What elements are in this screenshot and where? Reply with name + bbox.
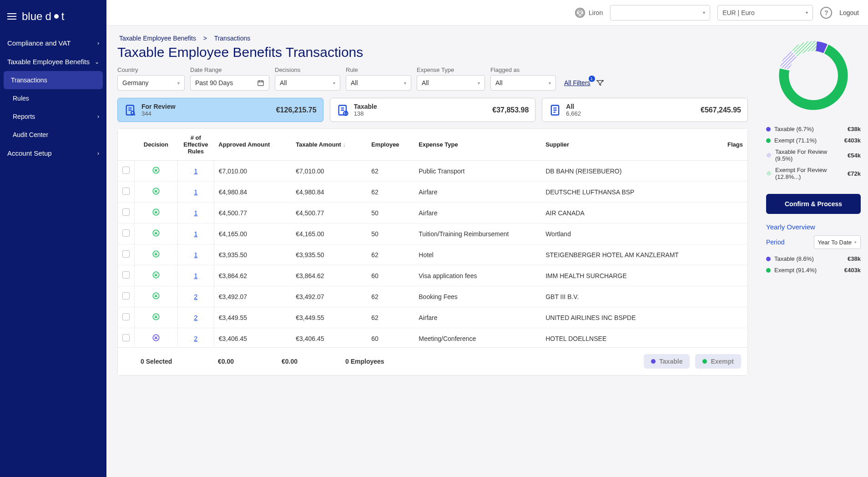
summary-card-all[interactable]: All6,662 €567,245.95 [542, 98, 748, 122]
table-row[interactable]: 1€3,935.50€3,935.5062HotelSTEIGENBERGER … [118, 244, 747, 265]
col-rules[interactable]: # of Effective Rules [177, 129, 214, 161]
sidebar-item-account-setup[interactable]: Account Setup› [0, 144, 106, 162]
clear-filter-icon[interactable] [596, 79, 604, 87]
mark-exempt-button[interactable]: Exempt [695, 354, 741, 369]
rules-link[interactable]: 1 [194, 167, 197, 175]
footer-taxable-sum: €0.00 [282, 358, 345, 365]
sidebar-item-compliance-and-vat[interactable]: Compliance and VAT› [0, 34, 106, 52]
rules-link[interactable]: 1 [194, 209, 197, 217]
period-label: Period [766, 238, 784, 246]
svg-point-22 [767, 171, 771, 176]
logo: bluedt [22, 10, 64, 23]
filter-label-decisions: Decisions [275, 66, 340, 73]
col-expense[interactable]: Expense Type [414, 129, 541, 161]
sidebar-item-audit-center[interactable]: Audit Center [0, 126, 106, 144]
rules-link[interactable]: 2 [194, 335, 197, 342]
rules-link[interactable]: 1 [194, 188, 197, 196]
decision-icon [152, 334, 160, 342]
sidebar-item-taxable-employee-benefits[interactable]: Taxable Employee Benefits⌄ [0, 52, 106, 71]
row-checkbox[interactable] [122, 292, 130, 299]
calendar-icon [257, 79, 264, 86]
col-flags[interactable]: Flags [723, 129, 747, 161]
svg-point-21 [767, 153, 771, 157]
rules-link[interactable]: 2 [194, 293, 197, 300]
filter-label-flagged: Flagged as [490, 66, 556, 73]
sidebar-item-transactions[interactable]: Transactions [4, 71, 103, 89]
col-supplier[interactable]: Supplier [541, 129, 723, 161]
col-taxable[interactable]: Taxable Amount ↓ [291, 129, 367, 161]
sidebar-item-rules[interactable]: Rules [0, 89, 106, 107]
decision-icon [152, 166, 160, 174]
table-row[interactable]: 1€4,165.00€4,165.0050Tuition/Training Re… [118, 223, 747, 244]
svg-point-4 [131, 111, 134, 114]
period-selector[interactable]: Year To Date▾ [814, 235, 861, 249]
table-row[interactable]: 1€4,980.84€4,980.8462AirfareDEUTSCHE LUF… [118, 182, 747, 203]
breadcrumb: Taxable Employee Benefits > Transactions [117, 35, 748, 42]
table-row[interactable]: 1€3,864.62€3,864.6260Visa application fe… [118, 265, 747, 286]
summary-card-taxable[interactable]: Taxable138 €37,853.98 [330, 98, 536, 122]
table-row[interactable]: 2€3,492.07€3,492.0762Booking FeesGBT III… [118, 286, 747, 307]
yearly-legend-item: Taxable (8.6%)€38k [766, 255, 861, 262]
decision-icon [152, 292, 160, 300]
filter-rule[interactable]: All▾ [346, 75, 411, 91]
row-checkbox[interactable] [122, 167, 130, 174]
filter-decisions[interactable]: All▾ [275, 75, 340, 91]
table-row[interactable]: 1€4,500.77€4,500.7750AirfareAIR CANADA [118, 203, 747, 223]
table-row[interactable]: 2€3,406.45€3,406.4560Meeting/ConferenceH… [118, 328, 747, 348]
logout-link[interactable]: Logout [839, 9, 859, 16]
col-approved[interactable]: Approved Amount [214, 129, 291, 161]
rules-link[interactable]: 1 [194, 272, 197, 279]
donut-chart [766, 35, 861, 117]
hamburger-icon[interactable] [7, 13, 16, 20]
breadcrumb-root[interactable]: Taxable Employee Benefits [119, 35, 196, 42]
mark-taxable-button[interactable]: Taxable [644, 354, 690, 369]
user-icon [575, 8, 585, 18]
col-decision[interactable]: Decision [135, 129, 178, 161]
all-filters-link[interactable]: All Filters 1 [564, 79, 590, 86]
table-row[interactable]: 1€7,010.00€7,010.0062Public TransportDB … [118, 161, 747, 182]
decision-icon [152, 208, 160, 216]
filter-expense-type[interactable]: All▾ [417, 75, 485, 91]
row-checkbox[interactable] [122, 208, 130, 216]
yearly-legend-item: Exempt (91.4%)€403k [766, 267, 861, 274]
filter-flagged-as[interactable]: All▾ [490, 75, 556, 91]
filter-label-country: Country [117, 66, 185, 73]
filter-label-expense: Expense Type [417, 66, 485, 73]
filter-label-date: Date Range [190, 66, 269, 73]
sidebar: bluedt Compliance and VAT›Taxable Employ… [0, 0, 106, 477]
footer-employees: 0 Employees [345, 358, 384, 365]
row-checkbox[interactable] [122, 188, 130, 195]
filter-date-range[interactable]: Past 90 Days [190, 75, 269, 91]
table-row[interactable]: 2€3,449.55€3,449.5562AirfareUNITED AIRLI… [118, 307, 747, 328]
row-checkbox[interactable] [122, 334, 130, 341]
help-icon[interactable]: ? [820, 7, 832, 19]
rules-link[interactable]: 2 [194, 314, 197, 321]
legend-item: Exempt For Review (12.8%...)€72k [766, 167, 861, 180]
legend-item: Taxable (6.7%)€38k [766, 126, 861, 132]
confirm-process-button[interactable]: Confirm & Process [766, 194, 861, 214]
summary-card-review[interactable]: For Review344 €126,215.75 [117, 98, 323, 122]
decision-icon [152, 313, 160, 321]
page-title: Taxable Employee Benefits Transactions [117, 45, 748, 60]
all-icon [549, 104, 561, 117]
row-checkbox[interactable] [122, 250, 130, 258]
rules-link[interactable]: 1 [194, 251, 197, 259]
col-employee[interactable]: Employee [367, 129, 414, 161]
legend-item: Exempt (71.1%)€403k [766, 137, 861, 144]
decision-icon [152, 250, 160, 258]
filter-label-rule: Rule [346, 66, 411, 73]
sidebar-item-reports[interactable]: Reports› [0, 107, 106, 126]
company-selector[interactable]: ▾ [610, 5, 710, 20]
transactions-table: Decision # of Effective Rules Approved A… [117, 128, 748, 376]
breadcrumb-current: Transactions [214, 35, 251, 42]
row-checkbox[interactable] [122, 313, 130, 320]
row-checkbox[interactable] [122, 271, 130, 279]
taxable-icon [337, 104, 349, 117]
decision-icon [152, 229, 160, 237]
rules-link[interactable]: 1 [194, 230, 197, 238]
footer-approved-sum: €0.00 [218, 358, 282, 365]
currency-selector[interactable]: EUR | Euro▾ [717, 5, 813, 20]
user-display[interactable]: Liron [575, 8, 603, 18]
filter-country[interactable]: Germany▾ [117, 75, 185, 91]
row-checkbox[interactable] [122, 229, 130, 237]
